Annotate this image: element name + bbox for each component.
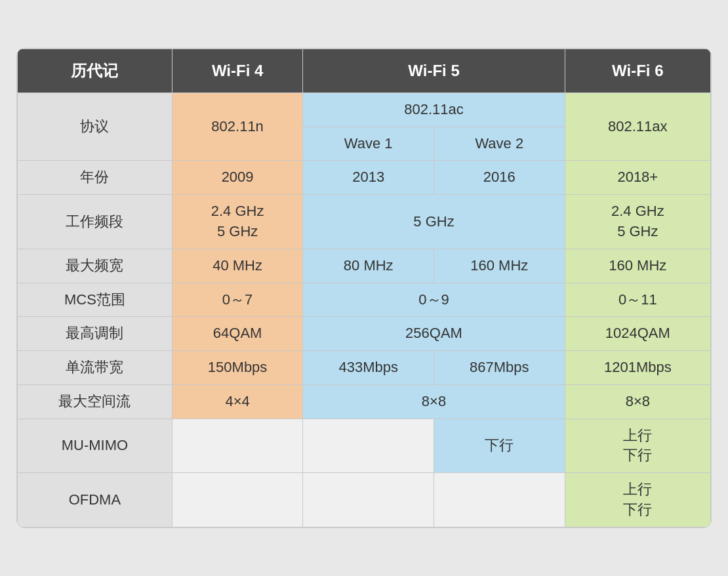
- cell-wifi4-freq: 2.4 GHz5 GHz: [172, 195, 303, 249]
- table-row: 协议 802.11n 802.11ac 802.11ax: [18, 93, 711, 127]
- row-label-spatial: 最大空间流: [18, 384, 172, 419]
- header-wifi6: Wi-Fi 6: [565, 49, 710, 93]
- cell-wifi4-ofdma: [172, 473, 303, 527]
- table-row-ofdma: OFDMA 上行下行: [18, 473, 711, 527]
- cell-wifi5-freq: 5 GHz: [303, 195, 565, 249]
- cell-wifi6-mcs: 0～11: [565, 283, 710, 317]
- cell-wave2-year: 2016: [434, 161, 565, 195]
- cell-wifi6-protocol: 802.11ax: [565, 93, 710, 161]
- cell-wifi6-year: 2018+: [565, 161, 710, 195]
- cell-wifi4-mumimo: [172, 419, 303, 473]
- cell-wifi6-stream-bw: 1201Mbps: [565, 351, 710, 385]
- cell-wave2-label: Wave 2: [434, 127, 565, 161]
- cell-wifi6-ofdma: 上行下行: [565, 473, 710, 527]
- header-wifi4: Wi-Fi 4: [172, 49, 303, 93]
- cell-wave1-ofdma: [303, 473, 434, 527]
- row-label-ofdma: OFDMA: [18, 473, 172, 527]
- table-row-bw: 最大频宽 40 MHz 80 MHz 160 MHz 160 MHz: [18, 249, 711, 283]
- cell-wifi5-mod: 256QAM: [303, 317, 565, 351]
- cell-wifi4-stream-bw: 150Mbps: [172, 351, 303, 385]
- cell-wave1-year: 2013: [303, 161, 434, 195]
- row-label-year: 年份: [18, 161, 172, 195]
- comparison-table: 历代记 Wi-Fi 4 Wi-Fi 5 Wi-Fi 6 协议 802.11n 8…: [16, 48, 712, 528]
- cell-wifi4-protocol: 802.11n: [172, 93, 303, 161]
- table-row-mcs: MCS范围 0～7 0～9 0～11: [18, 283, 711, 317]
- cell-wifi5-mcs: 0～9: [303, 283, 565, 317]
- cell-wifi4-year: 2009: [172, 161, 303, 195]
- row-label-mumimo: MU-MIMO: [18, 419, 172, 473]
- cell-wifi6-mod: 1024QAM: [565, 317, 710, 351]
- cell-wifi4-spatial: 4×4: [172, 384, 303, 419]
- cell-wifi6-bw: 160 MHz: [565, 249, 710, 283]
- cell-wifi6-spatial: 8×8: [565, 384, 710, 419]
- cell-wifi4-mod: 64QAM: [172, 317, 303, 351]
- table-row-year: 年份 2009 2013 2016 2018+: [18, 161, 711, 195]
- cell-wave2-ofdma: [434, 473, 565, 527]
- header-wifi5: Wi-Fi 5: [303, 49, 565, 93]
- table-row-freq: 工作频段 2.4 GHz5 GHz 5 GHz 2.4 GHz5 GHz: [18, 195, 711, 249]
- cell-wave2-bw: 160 MHz: [434, 249, 565, 283]
- cell-wifi4-mcs: 0～7: [172, 283, 303, 317]
- cell-wifi5-protocol-ac: 802.11ac: [303, 93, 565, 127]
- cell-wave1-mumimo: [303, 419, 434, 473]
- table-row-spatial: 最大空间流 4×4 8×8 8×8: [18, 384, 711, 419]
- cell-wave2-mumimo: 下行: [434, 419, 565, 473]
- cell-wave1-bw: 80 MHz: [303, 249, 434, 283]
- table-row-mod: 最高调制 64QAM 256QAM 1024QAM: [18, 317, 711, 351]
- row-label-mod: 最高调制: [18, 317, 172, 351]
- row-label-stream-bw: 单流带宽: [18, 351, 172, 385]
- row-label-bw: 最大频宽: [18, 249, 172, 283]
- table-row-stream-bw: 单流带宽 150Mbps 433Mbps 867Mbps 1201Mbps: [18, 351, 711, 385]
- cell-wave2-stream-bw: 867Mbps: [434, 351, 565, 385]
- cell-wifi4-bw: 40 MHz: [172, 249, 303, 283]
- row-label-protocol: 协议: [18, 93, 172, 161]
- cell-wave1-label: Wave 1: [303, 127, 434, 161]
- cell-wifi5-spatial: 8×8: [303, 384, 565, 419]
- row-label-freq: 工作频段: [18, 195, 172, 249]
- cell-wave1-stream-bw: 433Mbps: [303, 351, 434, 385]
- header-label: 历代记: [18, 49, 172, 93]
- row-label-mcs: MCS范围: [18, 283, 172, 317]
- cell-wifi6-freq: 2.4 GHz5 GHz: [565, 195, 710, 249]
- cell-wifi6-mumimo: 上行下行: [565, 419, 710, 473]
- table-row-mumimo: MU-MIMO 下行 上行下行: [18, 419, 711, 473]
